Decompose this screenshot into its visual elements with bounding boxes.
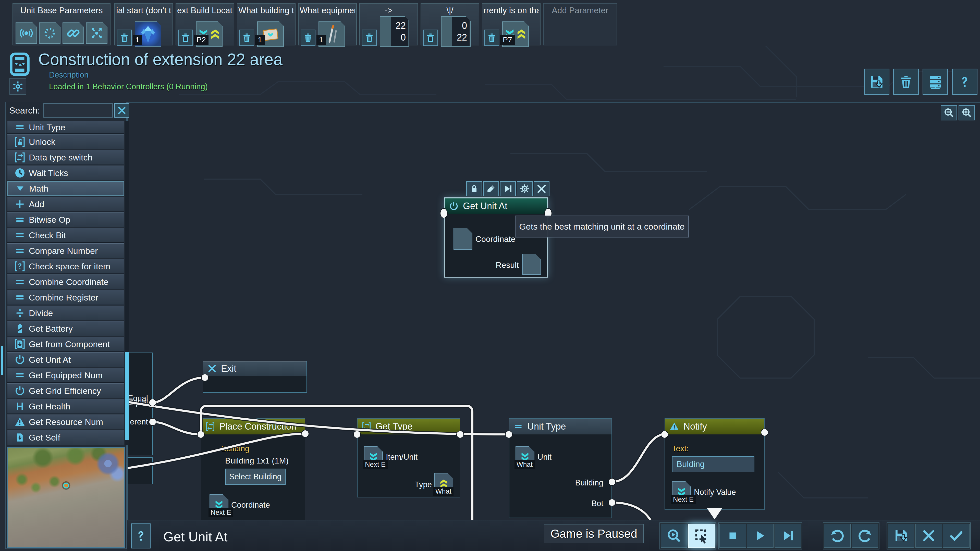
sidebar-category-math[interactable]: Math (7, 181, 124, 196)
delete-behavior-button[interactable] (893, 68, 919, 95)
node-compare-extra[interactable] (127, 457, 153, 484)
search-clear-button[interactable] (115, 103, 129, 118)
coordinate-input-slot[interactable] (453, 228, 473, 250)
sidebar-item-get-equipped-num[interactable]: Get Equipped Num (7, 368, 124, 383)
selected-node-help-button[interactable] (131, 524, 151, 548)
node-exit-header[interactable]: Exit (203, 361, 307, 376)
node-get-unit-at[interactable]: Get Unit At Coordinate Result (444, 197, 548, 278)
save-behavior-button[interactable] (864, 68, 889, 95)
param-tab-initial-start[interactable]: ial start (don't t 1 (115, 3, 173, 45)
breakpoint-node-button[interactable] (517, 181, 533, 196)
sidebar-scrollbar-thumb[interactable] (125, 352, 129, 440)
sidebar-item-combine-coordinate[interactable]: Combine Coordinate (7, 275, 124, 289)
save-button[interactable] (888, 524, 915, 548)
param-tab-unit-base[interactable]: Unit Base Parameters (13, 3, 110, 45)
param-tab-what-equipment[interactable]: What equipment 1 (298, 3, 357, 45)
delete-node-button[interactable] (534, 181, 549, 196)
delete-parameter-button[interactable] (423, 30, 438, 46)
type-output-slot[interactable]: What (434, 473, 453, 494)
input-label-coordinate: Coordinate (231, 500, 270, 510)
delete-parameter-button[interactable] (301, 30, 315, 46)
delete-parameter-button[interactable] (362, 30, 377, 46)
lock-node-button[interactable] (466, 181, 482, 196)
param-tab-what-building-type[interactable]: What building typ 1 (237, 3, 296, 45)
behavior-description[interactable]: Description (49, 70, 89, 79)
node-exit[interactable]: Exit (203, 361, 307, 392)
result-output-slot[interactable] (522, 254, 541, 275)
node-get-unit-at-header[interactable]: Get Unit At (445, 198, 547, 214)
marquee-select-button[interactable] (688, 524, 715, 548)
sidebar-item-combine-register[interactable]: Combine Register (7, 290, 124, 305)
node-unit-type-header[interactable]: Unit Type (509, 419, 611, 434)
sidebar-item-check-bit[interactable]: Check Bit (7, 228, 124, 243)
delete-parameter-button[interactable] (239, 30, 254, 46)
delete-parameter-button[interactable] (117, 30, 132, 46)
confirm-button[interactable] (943, 524, 969, 548)
behavior-title[interactable]: Construction of extension 22 area (38, 50, 283, 69)
node-place-construction-header[interactable]: Place Construction (201, 419, 305, 434)
zoom-to-fit-button[interactable] (661, 524, 687, 548)
param-tab-currently-on-that[interactable]: rrently is on that P7 (482, 3, 541, 45)
sidebar-item-compare-number[interactable]: Compare Number (7, 243, 124, 258)
node-place-construction[interactable]: Place Construction Building Building 1x1… (201, 418, 305, 521)
sidebar-item-bitwise-op[interactable]: Bitwise Op (7, 212, 124, 227)
param-badge: P2 (194, 35, 208, 45)
cancel-button[interactable] (915, 524, 942, 548)
sidebar-item-check-space[interactable]: Check space for item (7, 259, 124, 274)
notify-text-input[interactable] (672, 456, 754, 472)
node-unit-type[interactable]: Unit Type What Unit Building Bot (509, 418, 612, 518)
canvas-zoom-in-button[interactable] (959, 105, 975, 121)
minimap[interactable] (7, 447, 125, 548)
item-unit-input-slot[interactable]: Next E (364, 446, 383, 468)
param-slot[interactable] (39, 22, 60, 44)
node-notify-header[interactable]: Notify (665, 419, 764, 434)
param-tab-slash[interactable]: \|/ 0 22 (421, 3, 479, 45)
sidebar-item-get-self[interactable]: Get Self (7, 430, 124, 445)
sidebar-item-unlock[interactable]: Unlock (7, 135, 124, 149)
sidebar-item-divide[interactable]: Divide (7, 306, 124, 321)
sidebar-item-get-from-component[interactable]: Get from Component (7, 337, 124, 351)
unit-input-slot[interactable]: What (515, 446, 535, 468)
sidebar-item-unit-type[interactable]: Unit Type (7, 121, 124, 134)
param-slot-coordinate[interactable]: 22 0 (380, 16, 409, 47)
question-icon (134, 529, 148, 543)
node-notify[interactable]: Notify Text: Next E Notify Value (665, 418, 765, 510)
undo-button[interactable] (824, 524, 851, 548)
param-slot[interactable] (86, 22, 107, 44)
sidebar-item-get-resource-num[interactable]: Get Resource Num (7, 414, 124, 429)
param-slot[interactable] (16, 22, 37, 44)
select-building-button[interactable]: Select Building (225, 468, 286, 485)
step-node-button[interactable] (500, 181, 516, 196)
sidebar-item-data-type-switch[interactable]: Data type switch (7, 150, 124, 165)
param-slot[interactable] (62, 22, 84, 44)
canvas-zoom-out-button[interactable] (941, 105, 957, 121)
window-scrollbar-thumb[interactable] (1, 346, 3, 375)
help-button[interactable] (952, 68, 977, 95)
param-slot-coordinate[interactable]: 0 22 (441, 16, 471, 47)
sidebar-item-wait-ticks[interactable]: Wait Ticks (7, 165, 124, 180)
search-input[interactable] (43, 103, 113, 118)
node-get-type-header[interactable]: Get Type (358, 419, 460, 434)
settings-button[interactable] (10, 78, 26, 95)
stop-button[interactable] (719, 524, 746, 548)
sidebar-item-add[interactable]: Add (7, 197, 124, 211)
param-tab-arrow[interactable]: -> 22 0 (360, 3, 418, 45)
delete-parameter-button[interactable] (484, 30, 499, 46)
notify-value-slot[interactable]: Next E (672, 481, 691, 503)
coordinate-input-slot[interactable]: Next E (210, 494, 228, 516)
sidebar-item-get-battery[interactable]: Get Battery (7, 321, 124, 336)
sidebar-item-get-grid-efficiency[interactable]: Get Grid Efficiency (7, 383, 124, 398)
converge-icon (89, 26, 104, 41)
sidebar-item-get-health[interactable]: Get Health (7, 399, 124, 414)
step-forward-button[interactable] (775, 524, 801, 548)
add-parameter-tab[interactable]: Add Parameter (543, 3, 617, 45)
behavior-list-button[interactable] (923, 68, 948, 95)
param-tab-next-build-location[interactable]: ext Build Locatic P2 (176, 3, 234, 45)
play-button[interactable] (747, 524, 773, 548)
delete-parameter-button[interactable] (178, 30, 193, 46)
edit-node-button[interactable] (483, 181, 499, 196)
node-get-type[interactable]: Get Type Next E Item/Unit Type What (357, 418, 460, 497)
sidebar-item-get-unit-at[interactable]: Get Unit At (7, 352, 124, 367)
redo-button[interactable] (852, 524, 878, 548)
behavior-canvas[interactable]: Equal Equal erent Exit Place Constructio… (127, 102, 980, 551)
